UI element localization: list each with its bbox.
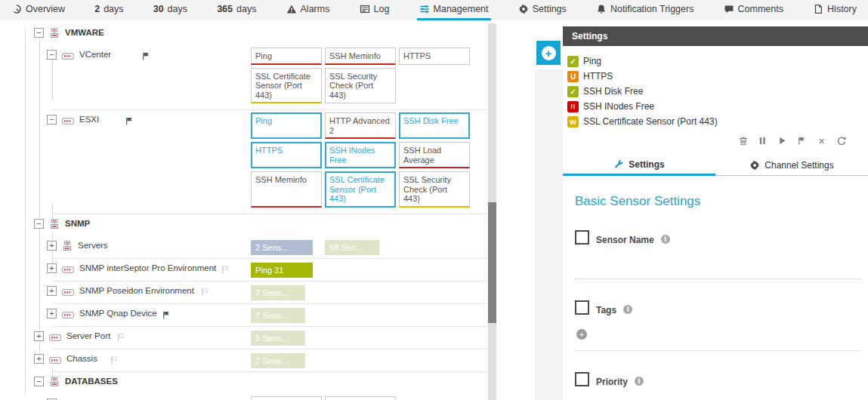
tree-item-name[interactable]: VMWARE bbox=[65, 28, 104, 37]
refresh-button[interactable] bbox=[836, 135, 847, 146]
nav-item-label: days bbox=[168, 4, 187, 14]
tree-scrollbar-thumb[interactable] bbox=[488, 202, 496, 323]
sensor-box[interactable]: HTTPS bbox=[399, 48, 470, 65]
sensor-count-badge[interactable]: 68 Sen... bbox=[325, 240, 379, 255]
close-button[interactable]: × bbox=[816, 135, 827, 146]
expand-toggle[interactable]: + bbox=[47, 286, 57, 296]
checkbox[interactable] bbox=[575, 230, 589, 245]
bell-icon bbox=[596, 4, 607, 14]
tree-row: −ESXIPingHTTP Advanced 2SSH Disk FreeHTT… bbox=[6, 110, 488, 214]
tree-item-name[interactable]: Chassis bbox=[66, 354, 97, 363]
tree-row-label-area: −SNMP bbox=[6, 217, 251, 232]
expand-toggle[interactable]: + bbox=[47, 241, 57, 251]
device-icon bbox=[62, 50, 74, 63]
flag-icon bbox=[141, 51, 151, 64]
device-icon bbox=[49, 354, 61, 368]
nav-item-history[interactable]: History bbox=[811, 0, 859, 20]
flag-icon bbox=[221, 264, 230, 278]
sensor-box[interactable]: HTTPS bbox=[251, 142, 322, 168]
tab-label: Channel Settings bbox=[765, 160, 833, 171]
tree-scrollbar[interactable] bbox=[488, 23, 496, 400]
expand-toggle[interactable]: + bbox=[47, 309, 57, 318]
sensor-box[interactable]: HTTP Advanced 2 bbox=[325, 112, 396, 139]
warning-icon bbox=[286, 4, 297, 14]
tree-item-name[interactable]: SNMP Qnap Device bbox=[79, 309, 157, 318]
tab-settings[interactable]: Settings bbox=[563, 155, 715, 176]
sensor-box[interactable]: Ping 5 bbox=[251, 396, 322, 400]
sensor-box[interactable]: Ping bbox=[251, 48, 322, 65]
nav-item-management[interactable]: Management bbox=[417, 0, 491, 20]
sensor-box[interactable]: SSH Meminfo bbox=[251, 171, 322, 208]
nav-item-label: Comments bbox=[738, 4, 783, 14]
tree-row-label-area: +Servers bbox=[6, 238, 251, 255]
sensor-count-badge[interactable]: 2 Sens... bbox=[251, 353, 305, 368]
add-tag-button[interactable]: + bbox=[576, 329, 587, 340]
selected-sensor-label: SSL Certificate Sensor (Port 443) bbox=[583, 116, 718, 127]
expand-toggle[interactable]: + bbox=[34, 331, 44, 341]
collapse-toggle[interactable]: − bbox=[34, 377, 44, 386]
expand-toggle[interactable]: + bbox=[47, 263, 57, 273]
collapse-toggle[interactable]: − bbox=[34, 28, 44, 38]
sensor-count-badge[interactable]: 7 Sens... bbox=[251, 308, 305, 323]
sensor-box[interactable]: SSL Security Check (Port 443) bbox=[325, 68, 396, 104]
sensor-box[interactable]: Ping bbox=[251, 112, 322, 139]
info-icon[interactable]: i bbox=[623, 305, 632, 314]
flag-button[interactable] bbox=[796, 135, 808, 146]
nav-item-log[interactable]: Log bbox=[357, 0, 392, 20]
sensor-count-badge[interactable]: 7 Sens... bbox=[251, 285, 305, 300]
tree-item-name[interactable]: Server Port bbox=[66, 331, 110, 340]
nav-item-days-2[interactable]: 2days bbox=[92, 0, 125, 20]
collapse-toggle[interactable]: − bbox=[47, 115, 57, 125]
sensor-box[interactable]: SSH Disk Free bbox=[399, 112, 470, 139]
field-priority: Priorityi bbox=[575, 372, 868, 387]
tree-item-name[interactable]: VCenter bbox=[79, 50, 111, 59]
delete-button[interactable] bbox=[737, 135, 749, 146]
nav-item-label: days bbox=[236, 4, 256, 14]
selected-sensor-item[interactable]: UHTTPS bbox=[567, 69, 868, 84]
selected-sensor-item[interactable]: ✓SSH Disk Free bbox=[567, 84, 868, 99]
nav-item-alarms[interactable]: Alarms bbox=[284, 0, 332, 20]
expand-toggle[interactable]: + bbox=[34, 354, 44, 364]
sensor-box[interactable]: SSH Load Average bbox=[399, 142, 470, 168]
nav-item-comments[interactable]: Comments bbox=[721, 0, 786, 20]
nav-item-overview[interactable]: Overview bbox=[9, 0, 67, 20]
pause-button[interactable] bbox=[757, 135, 768, 146]
add-object-button[interactable]: + bbox=[536, 41, 561, 65]
gauge-icon bbox=[11, 4, 22, 14]
info-icon[interactable]: i bbox=[635, 377, 644, 386]
history-icon bbox=[813, 4, 823, 14]
selected-sensor-item[interactable]: ✓Ping bbox=[567, 54, 868, 69]
sensor-box[interactable]: SSL Certificate Sensor (Port 443) bbox=[325, 171, 396, 208]
tree-item-name[interactable]: SNMP bbox=[65, 219, 90, 228]
tab-channel-settings[interactable]: Channel Settings bbox=[715, 155, 868, 176]
sensor-box[interactable]: SSL Security Check (Port 443) bbox=[399, 171, 470, 208]
checkbox[interactable] bbox=[575, 300, 589, 315]
sensor-box[interactable]: MySQL V2 bbox=[325, 396, 396, 400]
checkbox[interactable] bbox=[575, 372, 589, 386]
tree-item-name[interactable]: SNMP Poseidon Environment bbox=[79, 286, 194, 295]
tree-item-name[interactable]: SNMP interSeptor Pro Environment bbox=[79, 263, 216, 272]
resume-button[interactable] bbox=[777, 135, 788, 146]
selected-sensor-item[interactable]: WSSL Certificate Sensor (Port 443) bbox=[567, 114, 868, 129]
nav-item-days-30[interactable]: 30days bbox=[151, 0, 190, 20]
sensor-area: PingSSH MeminfoHTTPSSSL Certificate Sens… bbox=[251, 48, 488, 106]
tree-item-name[interactable]: DATABASES bbox=[65, 377, 118, 386]
nav-item-notification-triggers[interactable]: Notification Triggers bbox=[594, 0, 696, 20]
sensor-count-badge[interactable]: Ping 31 bbox=[251, 263, 313, 278]
selected-sensor-item[interactable]: !!SSH INodes Free bbox=[567, 99, 868, 114]
sensor-row: Ping 5MySQL V2 bbox=[251, 396, 488, 400]
nav-item-days-365[interactable]: 365days bbox=[215, 0, 258, 20]
sensor-count-badge[interactable]: 5 Sens... bbox=[251, 331, 305, 346]
info-icon[interactable]: i bbox=[661, 235, 670, 244]
sensor-count-badge[interactable]: 2 Sens... bbox=[251, 240, 313, 255]
tree-item-name[interactable]: Servers bbox=[78, 241, 108, 250]
sensor-row: PingHTTP Advanced 2SSH Disk Free bbox=[251, 112, 488, 139]
sensor-box[interactable]: SSL Certificate Sensor (Port 443) bbox=[251, 68, 322, 104]
tree-item-name[interactable]: ESXI bbox=[79, 115, 99, 124]
sensor-box[interactable]: SSH Meminfo bbox=[325, 48, 396, 65]
top-nav: Overview2days30days365daysAlarmsLogManag… bbox=[0, 0, 868, 20]
collapse-toggle[interactable]: − bbox=[47, 50, 57, 60]
collapse-toggle[interactable]: − bbox=[34, 219, 44, 229]
nav-item-settings[interactable]: Settings bbox=[516, 0, 569, 20]
sensor-box[interactable]: SSH INodes Free bbox=[325, 142, 396, 168]
